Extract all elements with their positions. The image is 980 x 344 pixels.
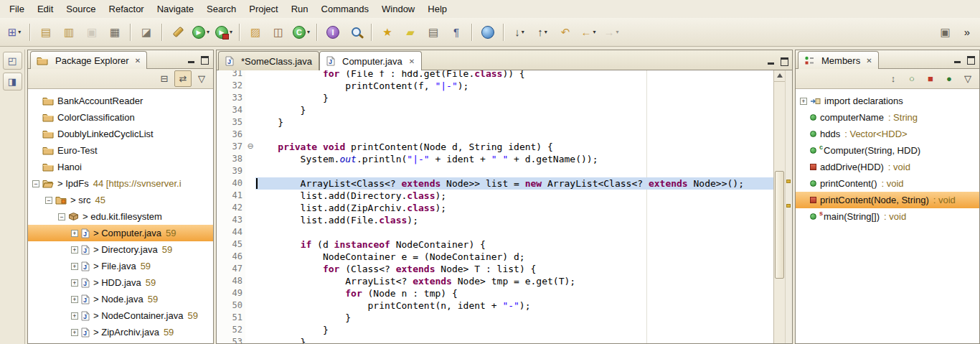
maximize-view-button[interactable]: [199, 55, 211, 65]
tree-item[interactable]: +J> Computer.java59: [28, 225, 213, 241]
minimize-editor-button[interactable]: [765, 56, 777, 67]
code-line[interactable]: 48 ArrayList<? extends Node> tmp = e.get…: [217, 275, 773, 287]
minimize-view-button[interactable]: [951, 55, 963, 65]
expand-icon[interactable]: +: [71, 230, 78, 237]
overview-ruler[interactable]: [785, 70, 792, 343]
code-line[interactable]: 41 list.add(Directory.class);: [217, 190, 773, 202]
close-tab-icon[interactable]: ✕: [409, 57, 415, 65]
tree-item[interactable]: Euro-Test: [28, 142, 213, 159]
hide-fields-button[interactable]: ○: [903, 70, 920, 87]
code-line[interactable]: 52 }: [217, 324, 773, 336]
tree-item[interactable]: ColorClassification: [28, 109, 213, 126]
code-line[interactable]: 40 ArrayList<Class<? extends Node>> list…: [217, 177, 773, 190]
code-line[interactable]: 44: [217, 226, 773, 238]
code-line[interactable]: 53 }: [217, 336, 773, 343]
members-tab[interactable]: Members ✕: [798, 51, 879, 69]
dropdown-arrow-icon[interactable]: ▾: [230, 29, 232, 35]
menu-commands[interactable]: Commands: [315, 1, 375, 17]
collapse-icon[interactable]: −: [45, 197, 52, 204]
code-line[interactable]: 50 printContent(n, ident + "-");: [217, 299, 773, 312]
code-line[interactable]: 39: [217, 165, 773, 177]
code-line[interactable]: 43 list.add(File.class);: [217, 214, 773, 226]
member-item[interactable]: +import declarations: [796, 93, 979, 109]
code-line[interactable]: 33 }: [217, 92, 773, 104]
tree-item[interactable]: +J> NodeContainer.java59: [28, 307, 213, 324]
maximize-editor-button[interactable]: [778, 56, 791, 67]
menu-window[interactable]: Window: [375, 1, 421, 17]
tree-item[interactable]: DoublyLinkedCyclicList: [28, 126, 213, 142]
code-line[interactable]: 51 }: [217, 312, 773, 324]
pin-editor-button[interactable]: ▣: [935, 23, 956, 42]
debug-button[interactable]: [167, 23, 189, 42]
back-button[interactable]: ←▾: [578, 23, 599, 42]
link-with-editor-button[interactable]: ⇄: [174, 70, 192, 87]
code-line[interactable]: 38 System.out.println("|-" + ident + " "…: [217, 153, 773, 165]
menu-help[interactable]: Help: [421, 1, 453, 17]
run-button[interactable]: ▶▾: [190, 23, 212, 42]
tree-item[interactable]: −> src45: [28, 192, 213, 208]
tree-item[interactable]: +J> Node.java59: [28, 291, 213, 307]
menu-edit[interactable]: Edit: [31, 1, 60, 17]
code-line[interactable]: 42 list.add(ZipArchiv.class);: [217, 202, 773, 214]
mark-occurrences-button[interactable]: ▰: [400, 23, 421, 42]
dropdown-arrow-icon[interactable]: ▾: [207, 29, 209, 35]
menu-refactor[interactable]: Refactor: [103, 1, 151, 17]
dropdown-arrow-icon[interactable]: ▾: [522, 29, 524, 35]
code-line[interactable]: 49 for (Node n : tmp) {: [217, 287, 773, 299]
code-line[interactable]: 35 }: [217, 116, 773, 129]
dropdown-arrow-icon[interactable]: ▾: [616, 29, 618, 35]
collapse-icon[interactable]: −: [58, 213, 65, 220]
scrollbar-thumb[interactable]: [775, 171, 784, 279]
menu-source[interactable]: Source: [60, 1, 102, 17]
build-all-button[interactable]: ◪: [136, 23, 157, 42]
fast-view-button-1[interactable]: ◰: [3, 52, 22, 70]
member-item[interactable]: printContent(Node, String) : void: [796, 192, 979, 208]
close-view-icon[interactable]: ✕: [135, 57, 141, 65]
view-menu-button[interactable]: ▽: [193, 70, 210, 87]
editor-tab[interactable]: J*SomeClass.java: [218, 51, 319, 70]
tree-item[interactable]: −> edu.kit.filesystem: [28, 208, 213, 225]
fast-view-button-2[interactable]: ◨: [3, 73, 22, 90]
tree-item[interactable]: −> IpdFs44 [https://svnserver.i: [28, 175, 213, 192]
tree-item[interactable]: BankAccountReader: [28, 93, 213, 109]
code-line[interactable]: 45 if (d instanceof NodeContainer) {: [217, 238, 773, 251]
menu-run[interactable]: Run: [285, 1, 315, 17]
member-item[interactable]: smain(String[]) : void: [796, 208, 979, 225]
collapse-icon[interactable]: −: [32, 180, 39, 187]
hide-static-members-button[interactable]: ■: [922, 70, 939, 87]
favorites-button[interactable]: ★: [377, 23, 398, 42]
code-line[interactable]: 37⊖ private void printContent(Node d, St…: [217, 141, 773, 153]
tree-item[interactable]: +J> Directory.java59: [28, 241, 213, 258]
close-view-icon[interactable]: ✕: [866, 57, 872, 65]
web-browser-button[interactable]: [477, 23, 499, 42]
expand-icon[interactable]: +: [71, 312, 78, 320]
sort-members-button[interactable]: ↕: [885, 70, 902, 87]
fold-marker-icon[interactable]: ⊖: [245, 141, 255, 153]
tree-item[interactable]: +J> File.java59: [28, 258, 213, 274]
code-line[interactable]: 34 }: [217, 104, 773, 116]
member-item[interactable]: cComputer(String, HDD): [796, 142, 979, 159]
show-selected-element-button[interactable]: ▤: [423, 23, 444, 42]
prev-annotation-button[interactable]: ↑▾: [532, 23, 553, 42]
code-line[interactable]: 36: [217, 129, 773, 141]
menu-project[interactable]: Project: [242, 1, 284, 17]
collapse-all-button[interactable]: ⊟: [156, 70, 173, 87]
minimize-view-button[interactable]: [185, 55, 197, 65]
member-item[interactable]: addDrive(HDD) : void: [796, 159, 979, 175]
hide-non-public-members-button[interactable]: ●: [941, 70, 958, 87]
annotation-mark[interactable]: [786, 204, 791, 208]
print-button[interactable]: ▦: [104, 23, 126, 42]
editor[interactable]: 31 for (File f : hdd.get(File.class)) {3…: [217, 70, 792, 343]
code-line[interactable]: 31 for (File f : hdd.get(File.class)) {: [217, 70, 773, 80]
external-tools-button[interactable]: ▶▾: [213, 23, 235, 42]
expand-icon[interactable]: +: [800, 98, 807, 105]
editor-scrollbar[interactable]: [773, 70, 785, 343]
menu-navigate[interactable]: Navigate: [151, 1, 200, 17]
menu-search[interactable]: Search: [200, 1, 242, 17]
open-file-button[interactable]: ▤: [35, 23, 57, 42]
expand-icon[interactable]: +: [71, 296, 78, 303]
dropdown-arrow-icon[interactable]: ▾: [18, 29, 21, 35]
expand-icon[interactable]: +: [71, 329, 78, 336]
tree-item[interactable]: +J> HDD.java59: [28, 274, 213, 291]
tree-item[interactable]: Hanoi: [28, 159, 213, 175]
